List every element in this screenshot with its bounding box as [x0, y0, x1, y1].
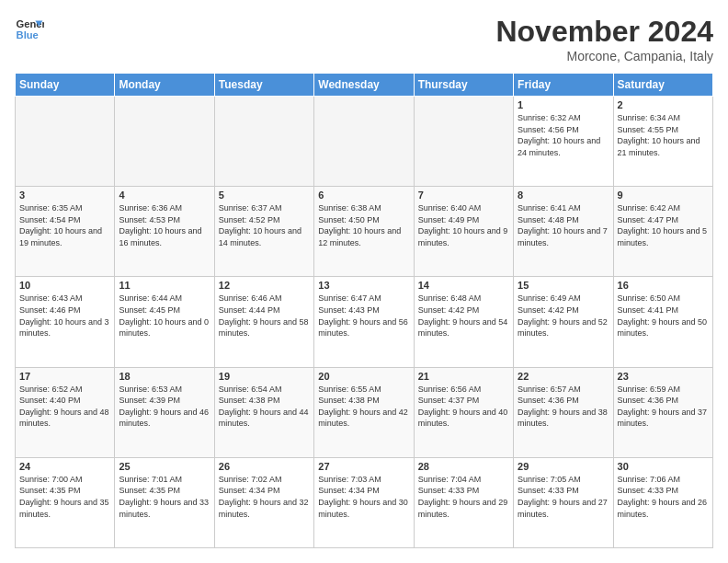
day-info: Sunrise: 6:34 AM Sunset: 4:55 PM Dayligh… — [618, 112, 709, 158]
day-info: Sunrise: 6:43 AM Sunset: 4:46 PM Dayligh… — [19, 293, 110, 339]
svg-text:Blue: Blue — [17, 29, 39, 40]
day-info: Sunrise: 6:49 AM Sunset: 4:42 PM Dayligh… — [518, 293, 609, 339]
calendar-header-row: SundayMondayTuesdayWednesdayThursdayFrid… — [16, 74, 713, 97]
day-info: Sunrise: 6:48 AM Sunset: 4:42 PM Dayligh… — [418, 293, 509, 339]
calendar-cell: 19Sunrise: 6:54 AM Sunset: 4:38 PM Dayli… — [214, 367, 313, 457]
day-info: Sunrise: 7:02 AM Sunset: 4:34 PM Dayligh… — [219, 474, 310, 520]
calendar-week-row: 17Sunrise: 6:52 AM Sunset: 4:40 PM Dayli… — [16, 367, 713, 457]
day-number: 9 — [618, 190, 709, 201]
day-info: Sunrise: 6:36 AM Sunset: 4:53 PM Dayligh… — [119, 202, 210, 248]
location: Morcone, Campania, Italy — [495, 49, 713, 63]
header: General Blue November 2024 Morcone, Camp… — [15, 15, 713, 63]
calendar-cell: 27Sunrise: 7:03 AM Sunset: 4:34 PM Dayli… — [314, 457, 414, 547]
day-number: 26 — [219, 461, 310, 472]
day-number: 17 — [19, 371, 110, 382]
day-info: Sunrise: 7:05 AM Sunset: 4:33 PM Dayligh… — [518, 474, 609, 520]
day-number: 18 — [119, 371, 210, 382]
calendar-cell: 3Sunrise: 6:35 AM Sunset: 4:54 PM Daylig… — [16, 187, 115, 277]
weekday-header-saturday: Saturday — [613, 74, 712, 97]
day-number: 1 — [518, 99, 609, 110]
day-number: 21 — [418, 371, 509, 382]
weekday-header-friday: Friday — [514, 74, 613, 97]
day-info: Sunrise: 6:38 AM Sunset: 4:50 PM Dayligh… — [318, 202, 409, 248]
day-number: 23 — [618, 371, 709, 382]
calendar-cell: 21Sunrise: 6:56 AM Sunset: 4:37 PM Dayli… — [414, 367, 513, 457]
calendar-cell: 11Sunrise: 6:44 AM Sunset: 4:45 PM Dayli… — [115, 277, 214, 367]
calendar-cell: 1Sunrise: 6:32 AM Sunset: 4:56 PM Daylig… — [514, 97, 613, 187]
day-number: 7 — [418, 190, 509, 201]
calendar-cell — [314, 97, 414, 187]
day-info: Sunrise: 7:00 AM Sunset: 4:35 PM Dayligh… — [19, 474, 110, 520]
calendar-week-row: 24Sunrise: 7:00 AM Sunset: 4:35 PM Dayli… — [16, 457, 713, 547]
day-info: Sunrise: 6:40 AM Sunset: 4:49 PM Dayligh… — [418, 202, 509, 248]
day-number: 25 — [119, 461, 210, 472]
day-number: 27 — [318, 461, 409, 472]
calendar-cell: 5Sunrise: 6:37 AM Sunset: 4:52 PM Daylig… — [214, 187, 313, 277]
calendar-table: SundayMondayTuesdayWednesdayThursdayFrid… — [15, 73, 713, 548]
calendar-cell: 13Sunrise: 6:47 AM Sunset: 4:43 PM Dayli… — [314, 277, 414, 367]
day-number: 22 — [518, 371, 609, 382]
day-info: Sunrise: 6:41 AM Sunset: 4:48 PM Dayligh… — [518, 202, 609, 248]
day-info: Sunrise: 7:04 AM Sunset: 4:33 PM Dayligh… — [418, 474, 509, 520]
calendar-cell: 22Sunrise: 6:57 AM Sunset: 4:36 PM Dayli… — [514, 367, 613, 457]
calendar-cell: 24Sunrise: 7:00 AM Sunset: 4:35 PM Dayli… — [16, 457, 115, 547]
day-info: Sunrise: 6:35 AM Sunset: 4:54 PM Dayligh… — [19, 202, 110, 248]
title-area: November 2024 Morcone, Campania, Italy — [495, 15, 713, 63]
calendar-cell: 25Sunrise: 7:01 AM Sunset: 4:35 PM Dayli… — [115, 457, 214, 547]
weekday-header-wednesday: Wednesday — [314, 74, 414, 97]
calendar-week-row: 1Sunrise: 6:32 AM Sunset: 4:56 PM Daylig… — [16, 97, 713, 187]
calendar-cell: 6Sunrise: 6:38 AM Sunset: 4:50 PM Daylig… — [314, 187, 414, 277]
calendar-cell: 30Sunrise: 7:06 AM Sunset: 4:33 PM Dayli… — [613, 457, 712, 547]
weekday-header-thursday: Thursday — [414, 74, 513, 97]
calendar-cell: 15Sunrise: 6:49 AM Sunset: 4:42 PM Dayli… — [514, 277, 613, 367]
day-info: Sunrise: 6:54 AM Sunset: 4:38 PM Dayligh… — [219, 384, 310, 430]
day-info: Sunrise: 6:37 AM Sunset: 4:52 PM Dayligh… — [219, 202, 310, 248]
weekday-header-tuesday: Tuesday — [214, 74, 313, 97]
calendar-cell — [214, 97, 313, 187]
day-number: 16 — [618, 280, 709, 291]
day-number: 3 — [19, 190, 110, 201]
day-info: Sunrise: 7:01 AM Sunset: 4:35 PM Dayligh… — [119, 474, 210, 520]
day-info: Sunrise: 6:47 AM Sunset: 4:43 PM Dayligh… — [318, 293, 409, 339]
day-info: Sunrise: 6:55 AM Sunset: 4:38 PM Dayligh… — [318, 384, 409, 430]
day-info: Sunrise: 6:44 AM Sunset: 4:45 PM Dayligh… — [119, 293, 210, 339]
calendar-cell: 7Sunrise: 6:40 AM Sunset: 4:49 PM Daylig… — [414, 187, 513, 277]
day-number: 10 — [19, 280, 110, 291]
day-info: Sunrise: 6:50 AM Sunset: 4:41 PM Dayligh… — [618, 293, 709, 339]
month-title: November 2024 — [495, 15, 713, 49]
day-number: 29 — [518, 461, 609, 472]
day-info: Sunrise: 6:59 AM Sunset: 4:36 PM Dayligh… — [618, 384, 709, 430]
day-info: Sunrise: 6:46 AM Sunset: 4:44 PM Dayligh… — [219, 293, 310, 339]
day-number: 28 — [418, 461, 509, 472]
calendar-cell: 4Sunrise: 6:36 AM Sunset: 4:53 PM Daylig… — [115, 187, 214, 277]
day-info: Sunrise: 6:52 AM Sunset: 4:40 PM Dayligh… — [19, 384, 110, 430]
calendar-cell — [414, 97, 513, 187]
logo-icon: General Blue — [15, 15, 44, 44]
calendar-cell: 9Sunrise: 6:42 AM Sunset: 4:47 PM Daylig… — [613, 187, 712, 277]
logo: General Blue — [15, 15, 44, 44]
calendar-cell: 12Sunrise: 6:46 AM Sunset: 4:44 PM Dayli… — [214, 277, 313, 367]
calendar-cell — [16, 97, 115, 187]
day-number: 12 — [219, 280, 310, 291]
day-number: 13 — [318, 280, 409, 291]
day-number: 11 — [119, 280, 210, 291]
calendar-cell: 18Sunrise: 6:53 AM Sunset: 4:39 PM Dayli… — [115, 367, 214, 457]
day-number: 6 — [318, 190, 409, 201]
calendar-cell: 29Sunrise: 7:05 AM Sunset: 4:33 PM Dayli… — [514, 457, 613, 547]
day-number: 8 — [518, 190, 609, 201]
calendar-cell: 10Sunrise: 6:43 AM Sunset: 4:46 PM Dayli… — [16, 277, 115, 367]
calendar-cell — [115, 97, 214, 187]
calendar-cell: 16Sunrise: 6:50 AM Sunset: 4:41 PM Dayli… — [613, 277, 712, 367]
calendar-week-row: 10Sunrise: 6:43 AM Sunset: 4:46 PM Dayli… — [16, 277, 713, 367]
calendar-cell: 23Sunrise: 6:59 AM Sunset: 4:36 PM Dayli… — [613, 367, 712, 457]
calendar-cell: 28Sunrise: 7:04 AM Sunset: 4:33 PM Dayli… — [414, 457, 513, 547]
day-info: Sunrise: 6:42 AM Sunset: 4:47 PM Dayligh… — [618, 202, 709, 248]
day-info: Sunrise: 6:53 AM Sunset: 4:39 PM Dayligh… — [119, 384, 210, 430]
calendar-cell: 8Sunrise: 6:41 AM Sunset: 4:48 PM Daylig… — [514, 187, 613, 277]
calendar-week-row: 3Sunrise: 6:35 AM Sunset: 4:54 PM Daylig… — [16, 187, 713, 277]
day-info: Sunrise: 6:32 AM Sunset: 4:56 PM Dayligh… — [518, 112, 609, 158]
day-number: 20 — [318, 371, 409, 382]
calendar-cell: 26Sunrise: 7:02 AM Sunset: 4:34 PM Dayli… — [214, 457, 313, 547]
day-info: Sunrise: 6:56 AM Sunset: 4:37 PM Dayligh… — [418, 384, 509, 430]
day-number: 5 — [219, 190, 310, 201]
